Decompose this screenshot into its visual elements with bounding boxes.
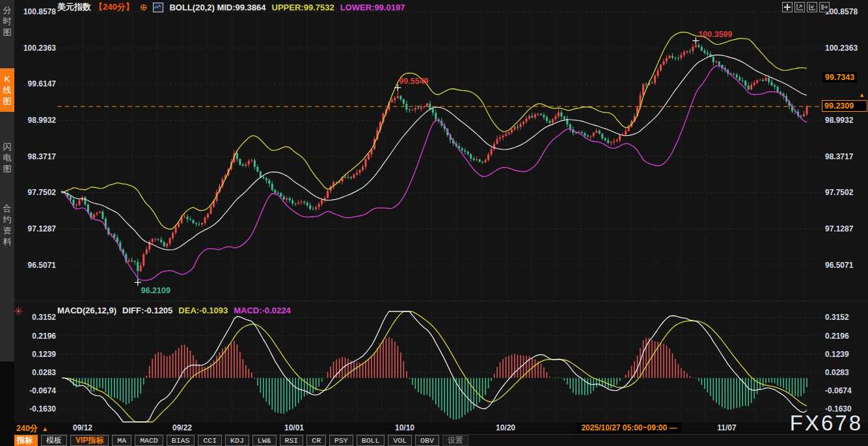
sidebar-tab-4[interactable]: 合约资料: [0, 201, 14, 249]
price-axis-tick-right: 100.2363: [825, 44, 867, 53]
x-axis-date-label: 09/22: [172, 423, 192, 432]
macd-axis-tick-left: -0.0674: [17, 386, 56, 395]
boll-mid-value: BOLL(20,2) MID:99.3864: [169, 3, 265, 12]
watermark: FX678: [790, 411, 863, 436]
grid-lines: [0, 8, 868, 421]
toolbar-button-设置[interactable]: 设置: [442, 435, 468, 446]
toolbar-button-CCI[interactable]: CCI: [198, 435, 222, 446]
add-indicator-icon[interactable]: ⊕: [140, 2, 148, 12]
toolbar-button-MACD[interactable]: MACD: [135, 435, 163, 446]
x-axis-date-label: 10/10: [395, 423, 414, 432]
price-axis-tick-right: 97.7502: [825, 188, 867, 197]
toolbar-button-OBV[interactable]: OBV: [415, 435, 439, 446]
price-axis-tick-left: 99.6147: [17, 79, 56, 88]
price-axis-tick-left: 97.7502: [17, 188, 56, 197]
x-axis-date-label: 09/12: [73, 423, 92, 432]
macd-dea-line: [62, 311, 807, 422]
price-axis-tick-right: 100.8578: [825, 7, 867, 16]
macd-axis-tick-right: -0.0674: [825, 386, 867, 395]
current-price-box: 99.2309: [822, 100, 867, 112]
toolbar-button-BIAS[interactable]: BIAS: [167, 435, 195, 446]
macd-axis-tick-right: 0.0283: [825, 368, 867, 377]
macd-dea-value: DEA:-0.1093: [178, 306, 228, 315]
toolbar-button-BOLL[interactable]: BOLL: [357, 435, 385, 446]
trading-chart-window: 分时图K线图闪电图合约资料 美元指数 【240分】 ⊕ BOLL(20,2) M…: [0, 0, 868, 446]
price-axis-tick-right: 98.3717: [825, 152, 867, 161]
toolbar-button-指标[interactable]: 指标: [12, 435, 38, 446]
macd-axis-tick-left: 0.1239: [17, 350, 56, 359]
macd-axis-tick-left: 0.2196: [17, 332, 56, 341]
selected-candle-time-label: 2025/10/27 05:00~09:00 —: [577, 423, 681, 433]
toolbar-button-VIP指标[interactable]: VIP指标: [70, 435, 109, 446]
macd-axis-tick-left: 0.0283: [17, 368, 56, 377]
toolbar-button-MA[interactable]: MA: [112, 435, 131, 446]
price-annotation: 96.2109: [141, 286, 170, 295]
price-up-arrow-icon: ▲: [859, 92, 865, 98]
candlestick-series: [61, 41, 808, 283]
symbol-name: 美元指数: [57, 1, 91, 13]
macd-title: MACD(26,12,9): [57, 306, 116, 315]
boll-lower-line: [62, 66, 807, 280]
toolbar-button-LW&[interactable]: LW&: [252, 435, 277, 446]
x-axis-date-label: 11/07: [717, 423, 736, 432]
price-annotation: 99.5549: [399, 77, 428, 86]
bottom-period-label: 240分: [16, 423, 38, 434]
sidebar-tab-2[interactable]: K线图: [0, 68, 14, 112]
price-annotation: 100.3599: [698, 30, 732, 39]
period-up-triangle-icon: ▲: [42, 425, 48, 432]
price-axis-tick-right: 97.1287: [825, 224, 867, 233]
macd-settings-icon[interactable]: [14, 306, 23, 318]
macd-axis-tick-right: 0.2196: [825, 332, 867, 341]
macd-macd-value: MACD:-0.0224: [234, 306, 290, 315]
sidebar-tab-1[interactable]: 分时图: [0, 3, 14, 40]
price-axis-tick-left: 96.5071: [17, 261, 56, 270]
indicator-toolbar: 指标模板VIP指标MAMACDBIASCCIKDJLW&RSICRPSYBOLL…: [0, 434, 868, 446]
toolbar-button-VOL[interactable]: VOL: [388, 435, 412, 446]
x-axis-date-label: 10/20: [496, 423, 515, 432]
toolbar-button-RSI[interactable]: RSI: [280, 435, 304, 446]
bottom-period-selector[interactable]: 240分 ▲: [16, 423, 48, 434]
pane-expand-icon[interactable]: [819, 2, 830, 12]
price-axis-tick-right: 98.9932: [825, 116, 867, 125]
window-controls: [782, 2, 830, 12]
price-axis-tick-left: 100.2363: [17, 44, 56, 53]
period-tag: 【240分】: [94, 1, 134, 13]
boll-lower-value: LOWER:99.0197: [340, 3, 405, 12]
chart-canvas[interactable]: [0, 0, 868, 446]
macd-axis-tick-left: 0.3152: [17, 313, 56, 322]
macd-axis-tick-right: 0.1239: [825, 350, 867, 359]
price-axis-tick-left: 100.8578: [17, 7, 56, 16]
macd-axis-tick-left: -0.1630: [17, 404, 56, 413]
boll-upper-value: UPPER:99.7532: [272, 3, 334, 12]
line-chart-icon[interactable]: [153, 3, 163, 12]
x-axis-row: 240分 ▲ 09/1209/2210/0110/1010/2011/07202…: [0, 423, 868, 434]
x-axis-date-label: 10/01: [284, 423, 304, 432]
toolbar-button-CR[interactable]: CR: [306, 435, 326, 446]
macd-axis-tick-right: 0.3152: [825, 313, 867, 322]
chart-title-bar: 美元指数 【240分】 ⊕ BOLL(20,2) MID:99.3864 UPP…: [57, 1, 405, 13]
price-axis-tick-left: 97.1287: [17, 224, 56, 233]
price-axis-tick-left: 98.9932: [17, 116, 56, 125]
price-axis-tick-left: 98.3717: [17, 152, 56, 161]
move-icon[interactable]: [782, 2, 793, 12]
macd-histogram: [64, 337, 807, 420]
macd-header: MACD(26,12,9) DIFF:-0.1205 DEA:-0.1093 M…: [57, 306, 291, 315]
upper-price-marker: 99.7343: [822, 72, 857, 83]
macd-diff-value: DIFF:-0.1205: [122, 306, 172, 315]
axis-zoom-in-icon[interactable]: [794, 2, 805, 12]
toolbar-button-模板[interactable]: 模板: [41, 435, 67, 446]
sidebar-tab-3[interactable]: 闪电图: [0, 139, 14, 176]
left-tab-bar: 分时图K线图闪电图合约资料: [0, 0, 14, 446]
toolbar-button-PSY[interactable]: PSY: [329, 435, 353, 446]
toolbar-button-KDJ[interactable]: KDJ: [225, 435, 249, 446]
axis-zoom-out-icon[interactable]: [807, 2, 817, 12]
boll-upper-line: [62, 32, 807, 229]
price-axis-tick-right: 96.5071: [825, 261, 867, 270]
